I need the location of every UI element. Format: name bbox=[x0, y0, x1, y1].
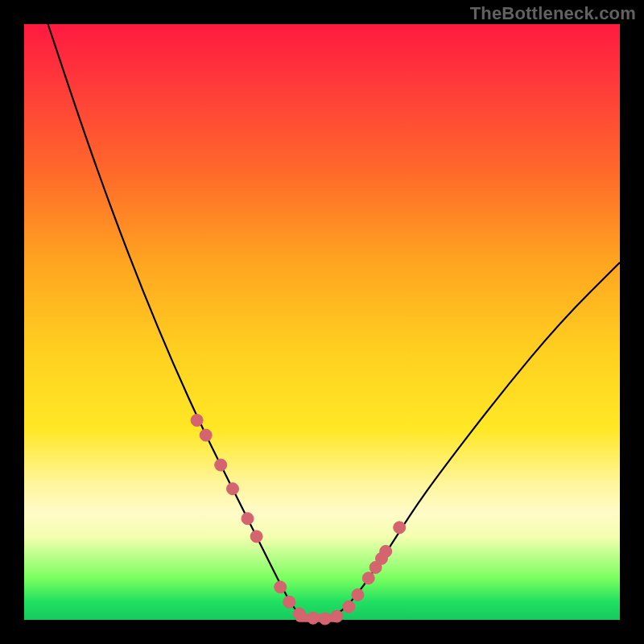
marker-dot bbox=[242, 513, 254, 525]
marker-dot bbox=[331, 610, 343, 622]
marker-dot bbox=[200, 429, 212, 441]
marker-dot bbox=[191, 415, 203, 427]
marker-dot bbox=[319, 613, 331, 625]
marker-dot bbox=[343, 601, 355, 613]
attribution-text: TheBottleneck.com bbox=[470, 3, 636, 24]
marker-dot bbox=[394, 522, 406, 534]
marker-dot bbox=[352, 588, 364, 601]
marker-dot bbox=[227, 483, 239, 495]
chart-frame bbox=[24, 24, 620, 620]
marker-dot bbox=[307, 612, 319, 624]
bottleneck-plot bbox=[24, 24, 620, 620]
marker-group bbox=[191, 415, 406, 625]
marker-dot bbox=[380, 545, 392, 557]
marker-dot bbox=[250, 530, 262, 543]
marker-dot bbox=[215, 459, 227, 471]
marker-dot bbox=[275, 581, 287, 593]
marker-dot bbox=[283, 596, 295, 608]
marker-dot bbox=[362, 572, 374, 584]
bottleneck-curve bbox=[48, 24, 620, 620]
marker-dot bbox=[293, 608, 305, 620]
